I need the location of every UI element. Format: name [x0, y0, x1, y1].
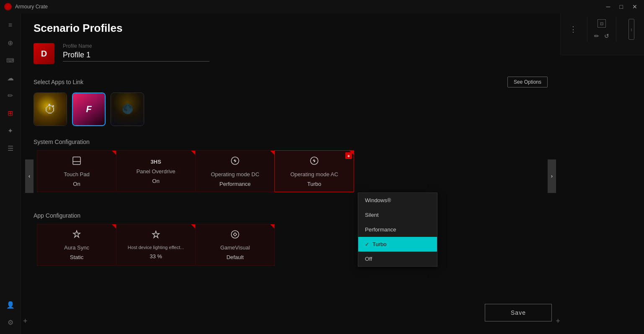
minimize-button[interactable]: ─	[604, 3, 613, 10]
page-title: Scenario Profiles	[34, 22, 548, 35]
sidebar-item-settings[interactable]: ⚙	[3, 315, 18, 330]
app-config-title: App Configuration	[34, 212, 548, 219]
edit-icon[interactable]: ✏	[594, 33, 599, 39]
sidebar-item-home[interactable]: ⊕	[3, 35, 18, 50]
app-config-section: App Configuration Aura Sync Static	[34, 212, 548, 266]
sidebar-item-menu[interactable]: ≡	[3, 18, 18, 33]
op-mode-dc-label: Operating mode DC	[211, 171, 259, 177]
dropdown-item-label: Windows®	[365, 197, 391, 203]
host-device-value: 33 %	[150, 253, 162, 259]
panel-overdrive-card[interactable]: 3HS Panel Overdrive On	[116, 150, 196, 192]
gamevisual-label: GameVisual	[220, 244, 250, 251]
touchpad-label: Touch Pad	[64, 171, 89, 177]
host-device-card[interactable]: Host device lighting effect... 33 %	[116, 224, 196, 266]
carousel-right-arrow[interactable]: ›	[548, 159, 556, 193]
card-corner-accent	[191, 224, 195, 229]
save-button[interactable]: Save	[485, 304, 552, 321]
sidebar-item-edit[interactable]: ✏	[3, 88, 18, 103]
aura-sync-icon	[72, 230, 81, 241]
operating-mode-dropdown: Windows® Silent Performance ✓ Turbo	[358, 193, 437, 267]
apps-header-label: Select Apps to Link	[34, 79, 83, 85]
app-icons-list: ⏱ F 🌑	[34, 92, 548, 126]
gamevisual-value: Default	[226, 254, 243, 260]
host-device-label: Host device lighting effect...	[124, 245, 187, 250]
sidebar-item-list[interactable]: ☰	[3, 141, 18, 156]
gamevisual-card[interactable]: GameVisual Default	[195, 224, 275, 266]
apps-header: Select Apps to Link See Options	[34, 77, 548, 87]
title-bar: Armoury Crate ─ □ ✕	[0, 0, 644, 13]
sidebar-toggle-icon[interactable]: |	[628, 19, 634, 40]
sidebar-item-aura[interactable]: ✦	[3, 123, 18, 138]
op-mode-ac-icon	[309, 156, 319, 168]
operating-mode-ac-card[interactable]: ◈ Operating mode AC Turbo Windows®	[274, 150, 354, 192]
profile-icon: D	[34, 43, 54, 64]
dropdown-item-windows[interactable]: Windows®	[358, 193, 437, 208]
app-config-cards: Aura Sync Static Host device lighting ef…	[37, 224, 548, 266]
carousel-left-arrow[interactable]: ‹	[25, 159, 34, 193]
screenshot-icon[interactable]: ⊡	[597, 19, 606, 28]
sidebar-item-scenarios[interactable]: ⊞	[3, 105, 18, 121]
sidebar-bottom: 👤 ⚙	[3, 297, 18, 330]
sidebar-item-cloud[interactable]: ☁	[3, 70, 18, 85]
maximize-button[interactable]: □	[617, 3, 626, 10]
app-icon-1[interactable]: ⏱	[34, 92, 67, 126]
dropdown-item-performance[interactable]: Performance	[358, 222, 437, 237]
aura-sync-value: Static	[70, 254, 84, 260]
three-dots-icon[interactable]: ⋮	[569, 25, 577, 34]
top-right-logo-area: ⋮ ⊡ ✏ ↺ |	[569, 17, 640, 42]
dropdown-item-label: Turbo	[372, 241, 386, 247]
nav-add-left[interactable]: +	[23, 317, 28, 326]
svg-point-4	[231, 231, 239, 238]
op-mode-dc-icon	[230, 156, 240, 168]
ac-active-badge: ◈	[345, 152, 352, 159]
profile-section: D Profile Name	[34, 43, 548, 64]
card-corner-accent	[191, 151, 195, 155]
nav-add-right[interactable]: +	[556, 317, 560, 326]
refresh-icon[interactable]: ↺	[604, 33, 609, 39]
top-right-panel: ⋮ ⊡ ✏ ↺ |	[560, 13, 644, 55]
aura-sync-label: Aura Sync	[64, 244, 89, 251]
aura-sync-card[interactable]: Aura Sync Static	[37, 224, 116, 266]
dropdown-item-off[interactable]: Off	[358, 252, 437, 266]
op-mode-ac-label: Operating mode AC	[290, 171, 338, 177]
host-device-icon	[151, 230, 160, 242]
panel-overdrive-icon: 3HS	[150, 159, 161, 165]
app-icon-3[interactable]: 🌑	[111, 92, 144, 126]
profile-name-label: Profile Name	[63, 43, 548, 49]
touchpad-card[interactable]: Touch Pad On	[37, 150, 116, 192]
profile-info: Profile Name	[63, 43, 548, 62]
dropdown-item-label: Silent	[365, 212, 379, 218]
app-icon-2[interactable]: F	[72, 92, 106, 126]
gamevisual-icon	[230, 230, 240, 241]
system-config-title: System Configuration	[34, 139, 548, 145]
operating-mode-dc-card[interactable]: Operating mode DC Performance	[195, 150, 275, 192]
dropdown-item-silent[interactable]: Silent	[358, 208, 437, 222]
panel-overdrive-value: On	[152, 178, 159, 184]
window-controls: ─ □ ✕	[604, 3, 640, 10]
dropdown-item-label: Performance	[365, 226, 396, 233]
apps-section: Select Apps to Link See Options ⏱ F 🌑	[34, 77, 548, 126]
system-config-section: System Configuration ‹ Touch Pad On	[34, 139, 548, 202]
sidebar-item-account[interactable]: 👤	[3, 297, 18, 312]
svg-rect-0	[73, 157, 80, 164]
close-button[interactable]: ✕	[630, 3, 640, 10]
dropdown-item-turbo[interactable]: ✓ Turbo	[358, 237, 437, 252]
touchpad-value: On	[73, 181, 80, 187]
profile-name-input[interactable]	[63, 51, 209, 62]
app-logo-icon	[4, 3, 12, 10]
card-corner-accent	[270, 224, 274, 229]
sidebar: ≡ ⊕ ⌨ ☁ ✏ ⊞ ✦ ☰ 👤 ⚙	[0, 13, 21, 334]
op-mode-ac-value: Turbo	[307, 181, 321, 187]
main-content: Scenario Profiles D Profile Name Select …	[21, 13, 560, 334]
system-config-cards: Touch Pad On 3HS Panel Overdrive On	[37, 150, 354, 192]
card-corner-accent	[112, 151, 116, 155]
card-corner-accent	[112, 224, 116, 229]
sidebar-item-keyboard[interactable]: ⌨	[3, 53, 18, 68]
dropdown-item-label: Off	[365, 256, 372, 262]
touchpad-icon	[72, 156, 82, 168]
see-options-button[interactable]: See Options	[507, 77, 548, 87]
op-mode-dc-value: Performance	[220, 181, 251, 187]
app-title: Armoury Crate	[15, 4, 604, 10]
panel-overdrive-label: Panel Overdrive	[136, 168, 175, 175]
checkmark-icon: ✓	[365, 242, 369, 247]
